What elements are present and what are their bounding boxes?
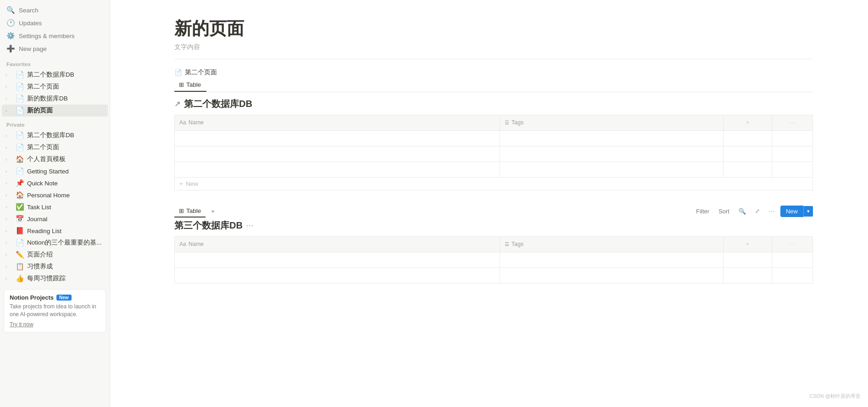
- db1-col-add[interactable]: +: [723, 115, 772, 130]
- calendar-icon: 📅: [16, 215, 24, 223]
- add-column-icon: +: [746, 119, 749, 126]
- sidebar-item-journal[interactable]: › 📅 Journal: [2, 213, 108, 225]
- pin-icon: 📌: [16, 179, 24, 187]
- sidebar-item-quick-note[interactable]: › 📌 Quick Note: [2, 177, 108, 189]
- sidebar-item-weekly[interactable]: › 👍 每周习惯跟踪: [2, 273, 108, 284]
- page-icon: 📄: [16, 239, 24, 247]
- db1-col-tags: ☰ Tags: [500, 115, 723, 130]
- settings-label: Settings & members: [19, 33, 75, 39]
- notion-label: Notion的三个最重要的基...: [27, 239, 104, 247]
- sort-button[interactable]: Sort: [715, 206, 733, 217]
- priv-page2-label: 第二个页面: [27, 143, 104, 151]
- search-action[interactable]: 🔍 Search: [2, 4, 108, 17]
- db2-row1-more: [772, 252, 813, 268]
- db2-row2-tags[interactable]: [500, 268, 723, 283]
- updates-action[interactable]: 🕐 Updates: [2, 17, 108, 29]
- db2-more-icon[interactable]: ···: [246, 222, 254, 229]
- home-icon: 🏠: [16, 155, 24, 163]
- sidebar-item-habits[interactable]: › 📋 习惯养成: [2, 261, 108, 273]
- chevron-icon: ›: [6, 157, 12, 162]
- sidebar-item-template[interactable]: › 🏠 个人首頁模板: [2, 153, 108, 165]
- pencil-icon: ✏️: [16, 251, 24, 259]
- linked-page-block[interactable]: 📄 第二个页面: [174, 67, 813, 78]
- sidebar-item-fav-newpage[interactable]: › 📄 新的页面: [2, 105, 108, 117]
- more-options-button[interactable]: ···: [765, 206, 779, 216]
- chevron-icon: ›: [6, 181, 12, 186]
- sidebar-item-fav-newdb[interactable]: › 📄 新的数据库DB: [2, 93, 108, 105]
- sidebar-item-personal-home[interactable]: › 🏠 Personal Home: [2, 189, 108, 201]
- template-label: 个人首頁模板: [27, 155, 104, 163]
- sidebar-item-priv-db2[interactable]: › 📄 第二个数据库DB: [2, 129, 108, 141]
- db2-row2-name[interactable]: [175, 268, 500, 283]
- name-field-icon: Aa: [179, 241, 186, 247]
- sidebar-item-fav-page2[interactable]: › 📄 第二个页面: [2, 81, 108, 93]
- db1-row1-tags[interactable]: [500, 130, 723, 146]
- chevron-icon: ›: [6, 205, 12, 210]
- fav-page2-label: 第二个页面: [27, 83, 104, 91]
- db2-row1-tags[interactable]: [500, 252, 723, 268]
- personal-home-label: Personal Home: [27, 192, 104, 199]
- habits-label: 习惯养成: [27, 262, 104, 271]
- table-row[interactable]: [175, 252, 813, 268]
- db2-col-more[interactable]: ···: [772, 236, 813, 252]
- table-row[interactable]: [175, 162, 813, 177]
- db1-row2-more: [772, 146, 813, 162]
- page-icon: 📄: [16, 106, 24, 115]
- db2-title: 第三个数据库DB: [174, 219, 243, 232]
- add-view-icon: +: [211, 208, 215, 215]
- table-row[interactable]: [175, 130, 813, 146]
- table-tab-active[interactable]: ⊞ Table: [174, 78, 206, 92]
- new-page-action[interactable]: ➕ New page: [2, 42, 108, 55]
- sidebar-item-priv-page2[interactable]: › 📄 第二个页面: [2, 141, 108, 153]
- table-row[interactable]: [175, 268, 813, 283]
- db1-col-more[interactable]: ···: [772, 115, 813, 130]
- table-row[interactable]: [175, 146, 813, 162]
- page-icon: 📄: [16, 83, 24, 91]
- fav-newdb-label: 新的数据库DB: [27, 95, 104, 103]
- db2-col-name-label: Name: [189, 241, 204, 247]
- db1-row2-name[interactable]: [175, 146, 500, 162]
- db1-row2-tags[interactable]: [500, 146, 723, 162]
- resize-button[interactable]: ⤢: [751, 206, 763, 216]
- db2-row1-name[interactable]: [175, 252, 500, 268]
- sidebar-item-getting-started[interactable]: › 📄 Getting Started: [2, 165, 108, 177]
- chevron-icon: ›: [6, 169, 12, 174]
- try-now-link[interactable]: Try it now: [10, 321, 33, 328]
- updates-label: Updates: [19, 20, 42, 27]
- sidebar-item-intro[interactable]: › ✏️ 页面介绍: [2, 249, 108, 261]
- db2-table-tab[interactable]: ⊞ Table: [174, 205, 206, 217]
- db2-table-label: Table: [186, 207, 201, 214]
- page-icon: 📄: [16, 95, 24, 103]
- db1-new-row[interactable]: + New: [174, 178, 813, 190]
- db2-table-icon: ⊞: [179, 207, 184, 214]
- db2-col-tags-label: Tags: [512, 241, 523, 247]
- settings-action[interactable]: ⚙️ Settings & members: [2, 29, 108, 42]
- sidebar-item-reading[interactable]: › 📕 Reading List: [2, 225, 108, 237]
- sidebar-item-notion[interactable]: › 📄 Notion的三个最重要的基...: [2, 237, 108, 249]
- new-record-button[interactable]: New: [780, 206, 803, 217]
- sidebar-scroll: Favorites › 📄 第二个数据库DB › 📄 第二个页面 › 📄 新的数…: [0, 57, 110, 407]
- add-column-icon: +: [746, 241, 749, 247]
- fav-newpage-label: 新的页面: [27, 106, 104, 115]
- db1-title: 第二个数据库DB: [184, 98, 252, 110]
- db2-col-name: Aa Name: [175, 236, 500, 252]
- db2-col-add[interactable]: +: [723, 236, 772, 252]
- db1-row3-tags[interactable]: [500, 162, 723, 177]
- more-options-icon: ···: [790, 241, 796, 247]
- search-button[interactable]: 🔍: [735, 206, 750, 217]
- db1-row1-name[interactable]: [175, 130, 500, 146]
- page-title: 新的页面: [174, 18, 813, 39]
- intro-label: 页面介绍: [27, 251, 104, 259]
- db1-row3-name[interactable]: [175, 162, 500, 177]
- sidebar-item-task-list[interactable]: › ✅ Task List: [2, 201, 108, 213]
- table-tab-bar-db1: ⊞ Table: [174, 78, 813, 92]
- new-record-dropdown[interactable]: ▾: [803, 206, 813, 217]
- db2-section: ⊞ Table + Filter Sort 🔍 ⤢ ···: [174, 205, 813, 284]
- search-icon: 🔍: [739, 208, 746, 215]
- tags-field-icon: ☰: [505, 120, 509, 126]
- filter-button[interactable]: Filter: [692, 206, 713, 217]
- new-row-label: New: [186, 180, 198, 187]
- sidebar-item-fav-db2[interactable]: › 📄 第二个数据库DB: [2, 69, 108, 81]
- db1-section: ↗ 第二个数据库DB Aa Name ☰ Tags: [174, 98, 813, 190]
- db2-add-view-button[interactable]: +: [207, 206, 218, 217]
